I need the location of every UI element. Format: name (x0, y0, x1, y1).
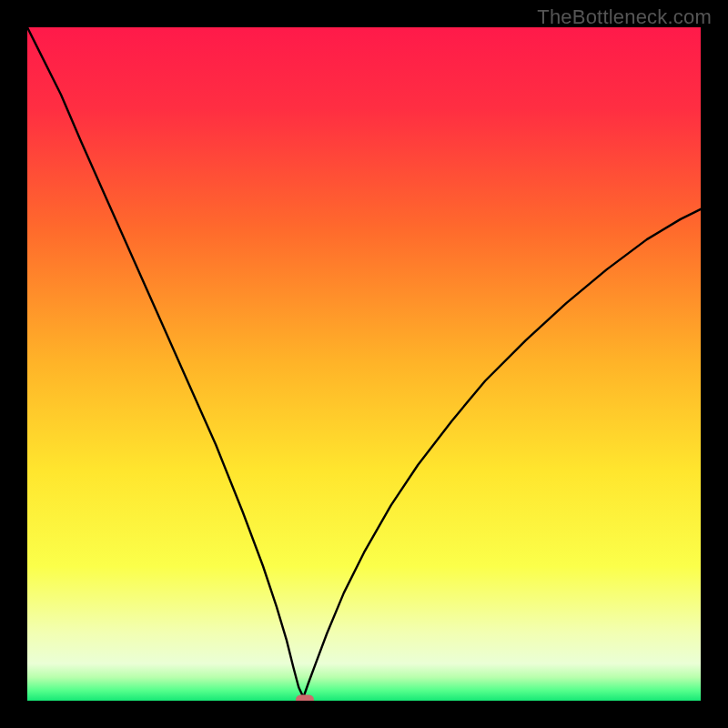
plot-svg (27, 27, 701, 701)
optimum-marker (296, 694, 314, 701)
watermark-text: TheBottleneck.com (537, 5, 712, 29)
plot-area (27, 27, 701, 701)
chart-frame: TheBottleneck.com (0, 0, 728, 728)
gradient-background (27, 27, 701, 701)
